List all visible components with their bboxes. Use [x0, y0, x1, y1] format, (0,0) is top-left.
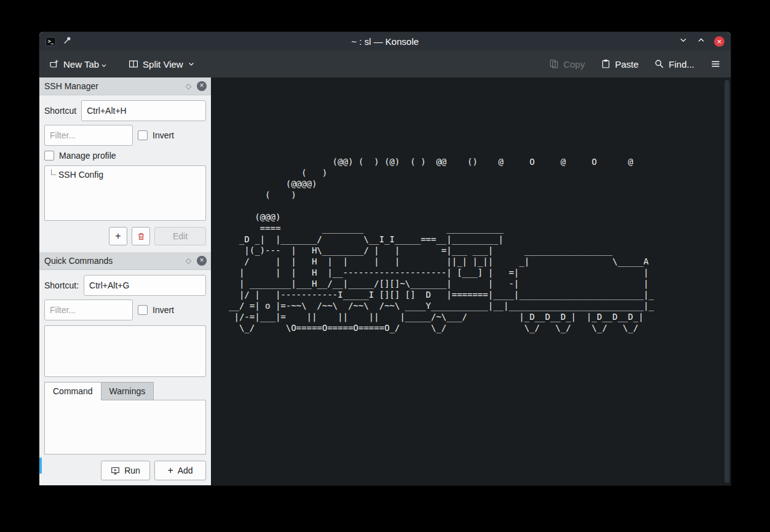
close-panel-button[interactable]: ×: [197, 81, 207, 91]
minimize-button[interactable]: [678, 35, 688, 47]
tab-warnings-label: Warnings: [109, 386, 146, 396]
plus-icon: +: [115, 231, 121, 241]
diamond-icon: ◇: [186, 82, 191, 90]
konsole-window: >_ ~ : sl — Konsole ×: [39, 32, 731, 485]
ssh-invert-checkbox[interactable]: [138, 130, 148, 140]
split-view-label: Split View: [143, 59, 183, 69]
titlebar: >_ ~ : sl — Konsole ×: [39, 32, 731, 50]
tab-warnings[interactable]: Warnings: [101, 382, 154, 400]
copy-button[interactable]: Copy: [549, 59, 585, 69]
add-command-button[interactable]: + Add: [154, 461, 206, 480]
new-tab-button[interactable]: New Tab: [49, 59, 106, 69]
find-label: Find...: [669, 59, 694, 69]
tree-branch-icon: [49, 169, 57, 180]
qc-command-list[interactable]: [44, 325, 206, 377]
add-profile-button[interactable]: +: [109, 227, 127, 245]
ssh-shortcut-input[interactable]: [81, 100, 206, 121]
toolbar: New Tab Split View Copy: [39, 50, 731, 77]
copy-label: Copy: [563, 59, 585, 69]
shortcut-label: Shortcut:: [44, 280, 79, 290]
chevron-down-icon: [188, 60, 195, 68]
close-button[interactable]: ×: [714, 36, 724, 47]
trash-icon: [137, 232, 146, 241]
shortcut-label: Shortcut: [44, 106, 76, 116]
split-view-icon: [129, 59, 138, 69]
tab-command[interactable]: Command: [44, 382, 101, 400]
ssh-profile-list[interactable]: SSH Config: [44, 165, 206, 221]
ssh-manager-panel: SSH Manager ◇ × Shortcut Invert: [39, 77, 211, 252]
edit-label: Edit: [173, 231, 188, 241]
focus-indicator: [39, 458, 42, 474]
terminal-scrollbar[interactable]: [724, 80, 729, 483]
window-title: ~ : sl — Konsole: [39, 36, 731, 47]
chevron-up-icon: [696, 35, 706, 45]
float-panel-button[interactable]: ◇: [186, 257, 191, 264]
copy-icon: [549, 59, 559, 69]
konsole-app-icon: >_: [46, 37, 56, 46]
command-editor[interactable]: [44, 400, 206, 455]
qc-filter-input[interactable]: [44, 300, 133, 320]
add-label: Add: [178, 466, 193, 475]
paste-icon: [601, 59, 611, 69]
ssh-manager-header: SSH Manager ◇ ×: [39, 77, 211, 95]
ssh-filter-input[interactable]: [44, 125, 133, 146]
search-icon: [654, 59, 664, 69]
prompt-glyph: >_: [48, 39, 54, 44]
ssh-invert-label: Invert: [153, 130, 174, 140]
qc-invert-label: Invert: [153, 305, 174, 315]
run-label: Run: [124, 466, 140, 475]
close-icon: ×: [200, 81, 204, 90]
tab-command-label: Command: [53, 386, 93, 396]
pin-icon[interactable]: [63, 36, 72, 47]
left-dock: SSH Manager ◇ × Shortcut Invert: [39, 77, 212, 485]
qc-invert-checkbox[interactable]: [138, 305, 148, 315]
scrollbar-thumb[interactable]: [724, 80, 729, 483]
delete-profile-button[interactable]: [132, 227, 150, 245]
list-item[interactable]: SSH Config: [49, 169, 202, 181]
profile-label: SSH Config: [58, 170, 103, 180]
float-panel-button[interactable]: ◇: [186, 82, 191, 90]
ssh-manager-title: SSH Manager: [44, 81, 180, 91]
quick-commands-title: Quick Commands: [44, 256, 180, 266]
edit-profile-button[interactable]: Edit: [154, 227, 206, 245]
manage-profile-label: Manage profile: [59, 151, 116, 161]
chevron-down-icon: [678, 35, 688, 45]
menu-button[interactable]: [710, 59, 721, 69]
close-icon: ×: [717, 38, 722, 46]
manage-profile-checkbox[interactable]: [44, 151, 54, 161]
diamond-icon: ◇: [186, 256, 191, 265]
split-view-button[interactable]: Split View: [129, 59, 195, 69]
qc-tabs: Command Warnings: [44, 382, 206, 400]
dropdown-arrow-icon: [101, 64, 106, 68]
new-tab-label: New Tab: [63, 59, 99, 69]
find-button[interactable]: Find...: [654, 59, 694, 69]
terminal-view: (@@) ( ) (@) ( ) @@ () @ O @ O @ ( ) (@@…: [212, 77, 731, 485]
paste-label: Paste: [615, 59, 638, 69]
maximize-button[interactable]: [696, 35, 706, 47]
paste-button[interactable]: Paste: [601, 59, 638, 69]
new-tab-icon: [49, 59, 59, 69]
qc-shortcut-input[interactable]: [84, 275, 206, 296]
quick-commands-panel: Quick Commands ◇ × Shortcut: Invert: [39, 252, 211, 485]
close-icon: ×: [200, 256, 204, 264]
terminal-output[interactable]: (@@) ( ) (@) ( ) @@ () @ O @ O @ ( ) (@@…: [212, 77, 731, 333]
quick-commands-header: Quick Commands ◇ ×: [39, 252, 211, 270]
plus-icon: +: [167, 466, 173, 475]
run-command-button[interactable]: Run: [101, 461, 150, 480]
close-panel-button[interactable]: ×: [197, 256, 207, 266]
run-icon: [111, 466, 120, 475]
hamburger-icon: [710, 59, 721, 69]
